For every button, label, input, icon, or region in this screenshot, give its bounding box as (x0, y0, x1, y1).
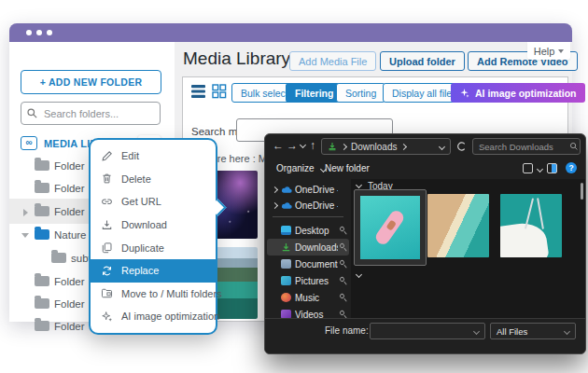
dialog-sidebar-downloads[interactable]: Downloads (267, 239, 349, 256)
window-dot-icon (26, 30, 32, 35)
address-dropdown-icon[interactable] (439, 143, 445, 149)
refresh-icon[interactable] (455, 141, 467, 152)
sidebar-item-label: OneDrive - Perso (295, 200, 338, 211)
menu-item-label: AI image optimization (121, 311, 219, 322)
add-new-folder-button[interactable]: + ADD NEW FOLDER (21, 70, 161, 94)
file-name-combobox[interactable] (370, 323, 485, 339)
ai-image-optimization-button[interactable]: AI image optimization (451, 83, 585, 103)
breadcrumb-chevron-icon (341, 143, 347, 149)
dialog-footer: File name: All Files Open Cancel (265, 318, 585, 354)
sparkles-icon (459, 88, 469, 98)
folder-icon (35, 183, 49, 193)
window-dot-icon (36, 30, 42, 35)
sidebar-item-label: Music (295, 293, 338, 303)
pin-icon (339, 226, 345, 232)
folder-label: Folder (54, 183, 85, 194)
menu-item-label: Move to / Multi folders (121, 288, 222, 299)
menu-item-ai-optimization[interactable]: AI image optimization (91, 305, 216, 328)
boat-rail-shape (537, 198, 544, 229)
new-folder-button[interactable]: New folder (325, 163, 370, 173)
list-view-icon[interactable] (191, 85, 206, 99)
add-media-file-button[interactable]: Add Media File (289, 51, 376, 71)
grid-view-icon[interactable] (212, 84, 227, 99)
search-folders-input[interactable] (21, 102, 161, 125)
folder-icon (35, 206, 49, 216)
dialog-search-input[interactable] (472, 138, 581, 155)
folder-icon (35, 160, 49, 171)
search-icon (569, 142, 579, 151)
dialog-nav-bar: ← → ↑ Downloads (265, 134, 585, 159)
menu-item-label: Delete (121, 173, 151, 185)
menu-item-delete[interactable]: Delete (91, 168, 216, 191)
file-thumbnail-beach[interactable] (427, 194, 489, 257)
filtering-button[interactable]: Filtering (286, 83, 343, 103)
organize-menu[interactable]: Organize (276, 163, 326, 173)
dialog-sidebar-pictures[interactable]: Pictures (267, 272, 349, 289)
help-button[interactable]: Help (527, 42, 570, 60)
menu-item-label: Download (121, 219, 167, 230)
downloads-icon (328, 142, 337, 151)
dialog-sidebar-music[interactable]: Music (267, 289, 349, 306)
file-open-dialog: ← → ↑ Downloads (264, 133, 586, 354)
pin-icon (339, 310, 345, 316)
file-type-combobox[interactable]: All Files (490, 323, 576, 339)
breadcrumb-chevron-icon (400, 143, 407, 149)
help-icon[interactable]: ? (566, 162, 577, 173)
view-mode-chevron-icon[interactable] (537, 166, 543, 173)
expand-caret-icon[interactable] (23, 209, 28, 216)
dialog-sidebar-onedrive[interactable]: OneDrive - Perso (267, 197, 349, 214)
downloads-icon (281, 242, 291, 253)
expand-chevron-icon[interactable] (272, 186, 278, 193)
organize-label: Organize (276, 163, 315, 173)
screenshot-stage: + ADD NEW FOLDER ∞ MEDIA LIBRARY 19 Fold… (0, 0, 588, 373)
back-arrow-icon[interactable]: ← (273, 139, 284, 152)
up-arrow-icon[interactable]: ↑ (310, 139, 315, 152)
expand-chevron-icon[interactable] (272, 202, 278, 209)
file-name-label: File name: (325, 325, 369, 336)
sidebar-item-label: Desktop (295, 226, 338, 236)
address-path-segment[interactable]: Downloads (351, 142, 397, 152)
dialog-sidebar-onedrive[interactable]: OneDrive - Perso (267, 181, 349, 198)
menu-item-label: Edit (121, 150, 139, 161)
sorting-button[interactable]: Sorting (336, 83, 385, 103)
dialog-sidebar-desktop[interactable]: Desktop (267, 222, 349, 239)
dialog-sidebar-documents[interactable]: Documents (267, 256, 349, 272)
history-chevron-icon[interactable] (300, 142, 306, 148)
collapse-caret-icon[interactable] (21, 233, 29, 238)
pin-icon (339, 242, 345, 249)
file-thumbnail-boat[interactable] (500, 194, 562, 257)
folder-label: Folder (54, 276, 85, 287)
sidebar-item-label: Downloads (295, 242, 338, 253)
menu-item-move-to[interactable]: Move to / Multi folders (91, 283, 216, 306)
menu-item-label: Duplicate (121, 242, 164, 254)
menu-item-replace[interactable]: Replace (91, 259, 216, 283)
dialog-command-bar: Organize New folder ? (265, 159, 585, 179)
folder-label: Folder (54, 321, 85, 332)
folder-icon (35, 276, 49, 286)
menu-item-duplicate[interactable]: Duplicate (91, 236, 216, 259)
chevron-down-icon (473, 327, 480, 334)
upload-folder-button[interactable]: Upload folder (380, 51, 465, 71)
duplicate-icon (101, 242, 113, 254)
folder-icon (51, 253, 66, 263)
sidebar-divider (273, 216, 343, 217)
view-mode-icon[interactable] (523, 163, 533, 173)
scrollbar-thumb[interactable] (581, 183, 583, 200)
folder-label: Folder (54, 298, 85, 310)
folder-icon (35, 321, 49, 331)
onedrive-cloud-icon (281, 200, 293, 210)
address-bar[interactable]: Downloads (321, 138, 451, 155)
sparkles-icon (101, 311, 113, 323)
forward-arrow-icon[interactable]: → (287, 139, 298, 152)
ai-button-label: AI image optimization (475, 88, 577, 99)
surfboard-shape (373, 208, 406, 246)
media-library-logo-icon: ∞ (21, 136, 37, 150)
preview-pane-icon[interactable] (547, 163, 557, 173)
folder-label: Folder (54, 160, 85, 172)
menu-item-edit[interactable]: Edit (91, 145, 216, 168)
file-thumbnail-selected[interactable] (354, 189, 427, 266)
menu-item-download[interactable]: Download (91, 214, 216, 237)
menu-item-get-url[interactable]: Get URL (91, 190, 216, 214)
sidebar-item-label: OneDrive - Perso (295, 185, 338, 195)
menu-item-label: Replace (121, 265, 159, 276)
